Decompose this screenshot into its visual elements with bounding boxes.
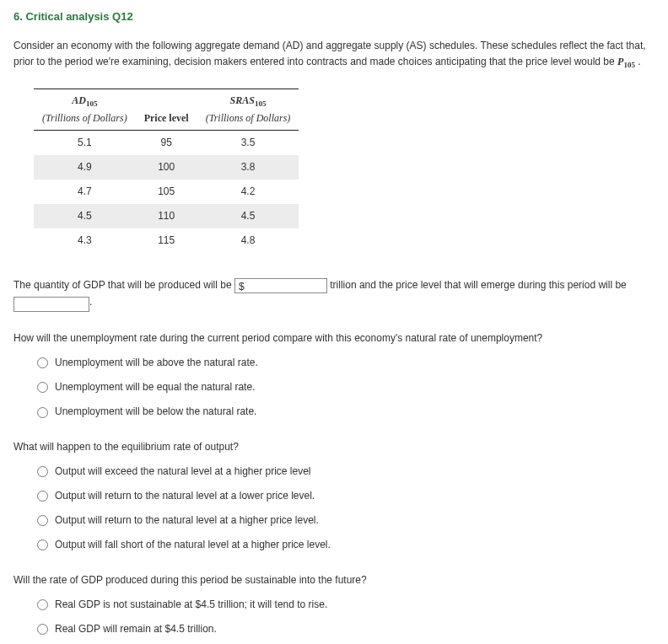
gdp-input[interactable]: [245, 279, 322, 292]
price-label: Price level: [144, 112, 189, 124]
fill-mid: trillion and the price level that will e…: [330, 279, 627, 291]
sustain-prompt: Will the rate of GDP produced during thi…: [13, 572, 655, 588]
price-subscript: 105: [623, 61, 635, 69]
cell-price: 105: [136, 180, 197, 204]
unemp-option[interactable]: Unemployment will be equal the natural r…: [37, 379, 655, 395]
option-label: Real GDP will remain at $4.5 trillion.: [55, 621, 217, 637]
radio-input[interactable]: [37, 539, 48, 550]
unemp-option[interactable]: Unemployment will be above the natural r…: [37, 355, 655, 371]
option-label: Unemployment will be equal the natural r…: [55, 379, 255, 395]
fill-tail: .: [89, 296, 92, 308]
cell-sras: 3.8: [197, 155, 299, 180]
radio-input[interactable]: [37, 491, 48, 502]
fill-question: The quantity of GDP that will be produce…: [13, 277, 655, 312]
output-option[interactable]: Output will return to the natural level …: [37, 513, 655, 529]
output-prompt: What will happen to the equilibrium rate…: [13, 439, 655, 455]
intro-part1: Consider an economy with the following a…: [13, 40, 646, 67]
cell-price: 110: [136, 204, 197, 228]
fill-lead: The quantity of GDP that will be produce…: [13, 279, 234, 291]
question-heading: 6. Critical analysis Q12: [13, 8, 655, 26]
option-label: Unemployment will be above the natural r…: [55, 355, 258, 371]
table-row: 4.3 115 4.8: [34, 228, 299, 253]
cell-ad: 4.3: [34, 228, 136, 253]
ad-unit: (Trillions of Dollars): [42, 112, 127, 124]
output-question: What will happen to the equilibrium rate…: [13, 439, 655, 554]
col-sras-header: SRAS105 (Trillions of Dollars): [197, 89, 299, 130]
col-ad-header: AD105 (Trillions of Dollars): [34, 89, 136, 130]
price-level-input[interactable]: [13, 297, 89, 312]
sras-sym: SRAS: [230, 94, 255, 106]
radio-input[interactable]: [37, 407, 48, 418]
cell-ad: 4.9: [34, 155, 136, 180]
option-label: Output will return to the natural level …: [55, 488, 315, 504]
sustain-question: Will the rate of GDP produced during thi…: [13, 572, 655, 644]
cell-sras: 4.2: [197, 180, 299, 204]
cell-ad: 5.1: [34, 130, 136, 155]
cell-price: 100: [136, 155, 197, 180]
sustain-option[interactable]: Real GDP will remain at $4.5 trillion.: [37, 621, 655, 637]
option-label: Unemployment will be below the natural r…: [55, 404, 256, 420]
ad-sym: AD: [72, 94, 86, 106]
sras-sub: 105: [255, 99, 267, 108]
radio-input[interactable]: [37, 624, 48, 635]
radio-input[interactable]: [37, 515, 48, 526]
cell-sras: 4.5: [197, 204, 299, 228]
schedule-table: AD105 (Trillions of Dollars) Price level…: [34, 89, 299, 254]
radio-input[interactable]: [37, 357, 48, 368]
ad-sub: 105: [86, 99, 98, 108]
table-row: 4.7 105 4.2: [34, 180, 299, 204]
cell-ad: 4.7: [34, 180, 136, 204]
unemployment-question: How will the unemployment rate during th…: [13, 330, 655, 421]
unemp-prompt: How will the unemployment rate during th…: [13, 330, 655, 346]
cell-price: 115: [136, 228, 197, 253]
table-row: 4.9 100 3.8: [34, 155, 299, 180]
input-prefix: $: [239, 281, 245, 292]
intro-text: Consider an economy with the following a…: [13, 38, 655, 72]
output-option[interactable]: Output will return to the natural level …: [37, 488, 655, 504]
cell-sras: 3.5: [197, 130, 299, 155]
cell-ad: 4.5: [34, 204, 136, 228]
intro-part2: .: [635, 56, 641, 67]
sras-unit: (Trillions of Dollars): [206, 112, 291, 124]
option-label: Output will exceed the natural level at …: [55, 464, 311, 480]
radio-input[interactable]: [37, 382, 48, 393]
option-label: Output will return to the natural level …: [55, 513, 319, 529]
option-label: Real GDP is not sustainable at $4.5 tril…: [55, 597, 327, 613]
table-row: 5.1 95 3.5: [34, 130, 299, 155]
radio-input[interactable]: [37, 599, 48, 610]
unemp-option[interactable]: Unemployment will be below the natural r…: [37, 404, 655, 420]
option-label: Output will fall short of the natural le…: [55, 537, 331, 553]
table-row: 4.5 110 4.5: [34, 204, 299, 228]
output-option[interactable]: Output will exceed the natural level at …: [37, 464, 655, 480]
col-price-header: Price level: [136, 89, 197, 130]
output-option[interactable]: Output will fall short of the natural le…: [37, 537, 655, 553]
sustain-option[interactable]: Real GDP is not sustainable at $4.5 tril…: [37, 597, 655, 613]
cell-price: 95: [136, 130, 197, 155]
cell-sras: 4.8: [197, 228, 299, 253]
radio-input[interactable]: [37, 466, 48, 477]
